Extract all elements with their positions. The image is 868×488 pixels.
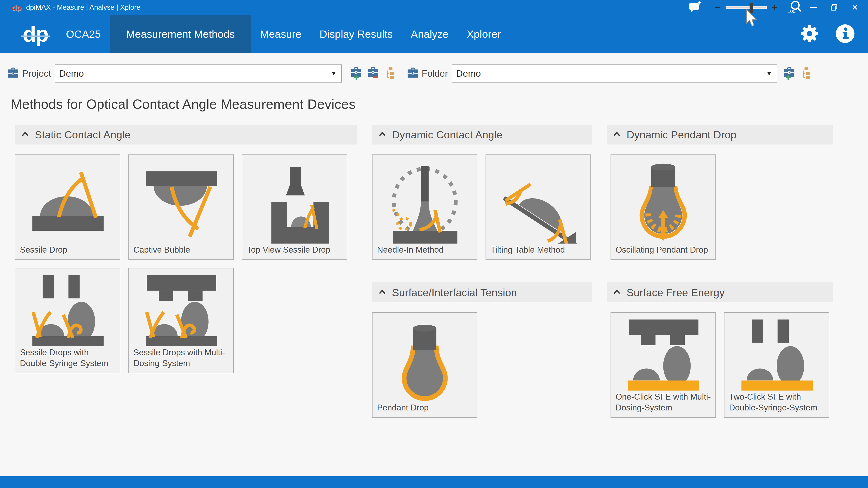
- window-title: dpiMAX - Measure | Analyse | Xplore: [26, 3, 141, 11]
- method-card-label: Captive Bubble: [129, 244, 233, 260]
- folder-tree-button[interactable]: [800, 67, 811, 80]
- dp-logo: dp: [23, 23, 48, 45]
- section-header-surface-interfacial-tension[interactable]: Surface/Interfacial Tension: [372, 282, 592, 302]
- multi-dosing-illustration: [129, 268, 233, 346]
- chevron-up-icon[interactable]: [614, 289, 620, 295]
- chevron-up-icon[interactable]: [614, 132, 620, 138]
- pendant-drop-illustration: [373, 313, 477, 401]
- close-button[interactable]: ✕: [844, 0, 865, 15]
- method-card-sessile-drops-double-syringe[interactable]: Sessile Drops with Double-Syringe-System: [15, 268, 120, 373]
- section-title: Surface/Interfacial Tension: [392, 286, 517, 299]
- mouse-cursor: [745, 9, 758, 28]
- minus-icon: [373, 77, 378, 78]
- page-title: Methods for Optical Contact Angle Measur…: [11, 97, 868, 112]
- method-card-label: Sessile Drops with Multi-Dosing-System: [129, 346, 233, 373]
- section-header-surface-free-energy[interactable]: Surface Free Energy: [607, 282, 833, 302]
- method-card-label: Oscillating Pendant Drop: [611, 244, 715, 260]
- zoom-in-button[interactable]: +: [769, 2, 781, 12]
- folder-select[interactable]: Demo ▼: [452, 64, 777, 83]
- section-title: Dynamic Contact Angle: [392, 128, 502, 141]
- method-card-label: Two-Click SFE with Double-Syringe-System: [724, 391, 829, 417]
- method-card-label: One-Click SFE with Multi-Dosing-System: [611, 391, 715, 417]
- double-syringe-illustration: [16, 268, 120, 346]
- add-folder-button[interactable]: [783, 66, 796, 81]
- section-header-static-contact-angle[interactable]: Static Contact Angle: [15, 125, 357, 145]
- folder-select-arrow-icon[interactable]: ▼: [766, 70, 772, 77]
- folder-select-value: Demo: [456, 68, 481, 79]
- zoom-level-value: 100: [787, 8, 796, 14]
- section-header-dynamic-pendant-drop[interactable]: Dynamic Pendant Drop: [607, 125, 833, 145]
- method-card-captive-bubble[interactable]: Captive Bubble: [128, 154, 234, 260]
- zoom-slider[interactable]: [725, 6, 767, 9]
- method-card-sessile-drop[interactable]: Sessile Drop: [15, 154, 120, 260]
- methods-grid: Static Contact Angle Sessile Drop: [15, 125, 868, 418]
- settings-gear-icon[interactable]: [798, 23, 820, 45]
- nav-item-display-results[interactable]: Display Results: [310, 15, 402, 53]
- method-card-label: Needle-In Method: [373, 244, 477, 260]
- project-folder-toolbar: Project Demo ▼: [0, 61, 868, 86]
- method-card-label: Sessile Drops with Double-Syringe-System: [16, 346, 120, 373]
- method-card-pendant-drop[interactable]: Pendant Drop: [372, 312, 477, 418]
- section-title: Surface Free Energy: [627, 286, 725, 299]
- folder-tree-icon: [804, 67, 808, 70]
- method-card-one-click-sfe[interactable]: One-Click SFE with Multi-Dosing-System: [611, 312, 716, 418]
- tilting-table-illustration: [486, 155, 590, 244]
- notification-comment-icon[interactable]: [688, 0, 702, 14]
- folder-label: Folder: [422, 68, 448, 79]
- method-card-label: Tilting Table Method: [486, 244, 590, 260]
- method-card-label: Pendant Drop: [373, 401, 477, 417]
- project-select-value: Demo: [59, 68, 84, 79]
- project-label: Project: [22, 68, 51, 79]
- project-briefcase-icon: [7, 67, 20, 80]
- nav-item-xplorer[interactable]: Xplorer: [458, 15, 510, 53]
- section-title: Dynamic Pendant Drop: [627, 128, 737, 141]
- nav-item-oca25[interactable]: OCA25: [57, 15, 110, 53]
- chevron-up-icon[interactable]: [379, 132, 385, 138]
- project-select-arrow-icon[interactable]: ▼: [331, 70, 337, 77]
- section-static-contact-angle: Static Contact Angle Sessile Drop: [15, 125, 357, 373]
- section-title: Static Contact Angle: [35, 128, 130, 141]
- nav-item-measure[interactable]: Measure: [251, 15, 311, 53]
- restore-icon: [831, 4, 838, 11]
- method-card-oscillating-pendant-drop[interactable]: Oscillating Pendant Drop: [611, 154, 716, 260]
- needle-in-illustration: [373, 155, 477, 244]
- captive-bubble-illustration: [129, 155, 233, 244]
- minimize-button[interactable]: [803, 0, 824, 15]
- folder-tree-icon: [389, 67, 393, 70]
- method-card-top-view-sessile-drop[interactable]: Top View Sessile Drop: [242, 154, 347, 260]
- folder-briefcase-icon: [406, 67, 419, 80]
- main-navbar: dp OCA25 Measurement Methods Measure Dis…: [0, 15, 868, 53]
- top-view-sessile-drop-illustration: [242, 155, 347, 244]
- chevron-up-icon[interactable]: [22, 132, 29, 138]
- method-card-needle-in[interactable]: Needle-In Method: [372, 154, 477, 260]
- magnifier-icon: [792, 1, 799, 9]
- method-card-label: Top View Sessile Drop: [242, 244, 347, 260]
- chevron-up-icon[interactable]: [379, 289, 385, 295]
- section-dynamic-pendant-drop: Dynamic Pendant Drop Oscillati: [607, 125, 833, 418]
- zoom-out-button[interactable]: −: [712, 2, 724, 12]
- sessile-drop-illustration: [16, 155, 120, 244]
- section-dynamic-contact-angle: Dynamic Contact Angle Needle-I: [372, 125, 592, 418]
- oscillating-pendant-drop-illustration: [611, 155, 715, 244]
- add-project-button[interactable]: [350, 66, 363, 81]
- project-select[interactable]: Demo ▼: [55, 64, 342, 83]
- one-click-sfe-illustration: [611, 313, 715, 391]
- remove-project-button[interactable]: [367, 66, 379, 81]
- two-click-sfe-illustration: [724, 313, 829, 391]
- method-card-two-click-sfe[interactable]: Two-Click SFE with Double-Syringe-System: [724, 312, 829, 418]
- bottom-status-bar: [0, 476, 868, 488]
- method-card-sessile-drops-multi-dosing[interactable]: Sessile Drops with Multi-Dosing-System: [128, 268, 234, 373]
- method-card-label: Sessile Drop: [16, 244, 120, 260]
- minimize-icon: [810, 7, 817, 8]
- zoom-level-control[interactable]: 100: [787, 0, 803, 15]
- nav-item-analyze[interactable]: Analyze: [402, 15, 458, 53]
- method-card-tilting-table[interactable]: Tilting Table Method: [486, 154, 591, 260]
- window-titlebar: dp dpiMAX - Measure | Analyse | Xplore −…: [0, 0, 868, 15]
- app-mini-logo: dp: [12, 4, 21, 11]
- section-header-dynamic-contact-angle[interactable]: Dynamic Contact Angle: [372, 125, 592, 145]
- nav-item-measurement-methods[interactable]: Measurement Methods: [110, 15, 251, 53]
- restore-button[interactable]: [824, 0, 844, 15]
- info-icon[interactable]: [835, 24, 855, 45]
- project-tree-button[interactable]: [384, 67, 396, 80]
